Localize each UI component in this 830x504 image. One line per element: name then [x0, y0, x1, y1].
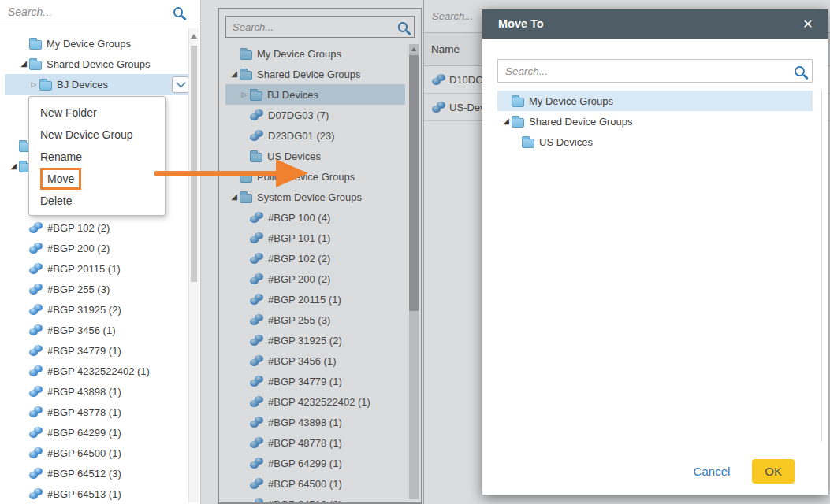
- tree-item[interactable]: #BGP 255 (3): [5, 279, 188, 299]
- device-groups-sidebar: My Device Groups ◢ Shared Device Groups …: [0, 0, 201, 504]
- sidebar-search-input[interactable]: [8, 6, 173, 18]
- device-group-icon: [29, 386, 43, 397]
- tree-item-label: #BGP 48778 (1): [47, 406, 121, 418]
- device-group-icon: [29, 345, 43, 356]
- tree-item-label: Shared Device Groups: [47, 58, 151, 70]
- tree-item[interactable]: ◢ Shared Device Groups: [5, 54, 188, 74]
- tree-item[interactable]: #BGP 43898 (1): [5, 381, 188, 402]
- context-menu-item[interactable]: New Folder: [29, 102, 165, 124]
- tree-item[interactable]: ▷ BJ Devices: [5, 74, 188, 94]
- search-icon[interactable]: [795, 66, 805, 76]
- expander-icon[interactable]: ◢: [18, 60, 29, 68]
- tree-item[interactable]: #BGP 64513 (1): [5, 484, 188, 504]
- context-menu-item-label: Move: [40, 168, 81, 190]
- context-menu-item[interactable]: New Device Group: [29, 124, 165, 146]
- device-group-icon: [29, 427, 43, 438]
- annotation-arrow-head: [276, 159, 308, 187]
- tree-item-label: #BGP 31925 (2): [47, 304, 121, 316]
- device-group-icon: [29, 284, 43, 295]
- close-icon[interactable]: ×: [798, 9, 818, 39]
- tree-item-label: #BGP 64299 (1): [47, 427, 121, 439]
- context-menu-item[interactable]: Move: [29, 168, 165, 190]
- tree-item-label: #BGP 64513 (1): [47, 488, 121, 500]
- folder-icon: [29, 61, 42, 70]
- cancel-button[interactable]: Cancel: [694, 465, 731, 478]
- dialog-header: Move To ×: [482, 9, 828, 39]
- tree-item-label: BJ Devices: [57, 79, 108, 91]
- context-menu-item-label: New Folder: [40, 106, 97, 119]
- context-menu-item-label: Delete: [40, 195, 72, 207]
- context-menu: New Folder New Device Group Rename Move …: [28, 96, 166, 216]
- tree-item[interactable]: My Device Groups: [5, 33, 188, 54]
- tree-item[interactable]: #BGP 64500 (1): [5, 443, 188, 463]
- device-group-icon: [29, 324, 43, 335]
- device-group-icon: [29, 365, 43, 376]
- tree-item[interactable]: US Devices: [497, 132, 813, 152]
- tree-item-label: #BGP 255 (3): [47, 284, 110, 295]
- context-menu-item[interactable]: Delete: [29, 190, 165, 212]
- tree-item[interactable]: #BGP 64512 (3): [5, 463, 188, 484]
- device-group-icon: [29, 488, 43, 499]
- screen: Name D10DG US-Dev My Device Groups: [0, 0, 830, 504]
- folder-icon: [29, 40, 42, 50]
- tree-item[interactable]: ◢ Shared Device Groups: [497, 111, 813, 132]
- tree-item-label: #BGP 102 (2): [47, 222, 110, 234]
- device-group-icon: [29, 304, 43, 315]
- scroll-up-icon[interactable]: [191, 34, 197, 39]
- tree-item[interactable]: #BGP 4232522402 (1): [5, 361, 188, 381]
- search-icon[interactable]: [173, 7, 183, 17]
- tree-item[interactable]: #BGP 20115 (1): [5, 258, 188, 279]
- folder-icon: [512, 98, 524, 107]
- tree-item[interactable]: #BGP 48778 (1): [5, 402, 188, 422]
- sidebar-scrollbar[interactable]: [188, 28, 199, 502]
- tree-item-label: #BGP 34779 (1): [47, 345, 121, 357]
- sidebar-search-box: [0, 0, 200, 24]
- context-menu-item-label: Rename: [40, 150, 82, 163]
- device-group-icon: [29, 468, 43, 479]
- tree-item[interactable]: #BGP 200 (2): [5, 238, 188, 258]
- tree-item-label: My Device Groups: [47, 38, 131, 50]
- tree-item[interactable]: #BGP 64299 (1): [5, 422, 188, 443]
- tree-item-label: My Device Groups: [529, 95, 613, 107]
- dialog-footer: Cancel OK: [694, 458, 795, 484]
- row-actions-dropdown-button[interactable]: [172, 76, 189, 93]
- expander-icon[interactable]: ◢: [8, 162, 19, 170]
- tree-item[interactable]: My Device Groups: [497, 91, 813, 111]
- tree-item[interactable]: #BGP 3456 (1): [5, 320, 188, 340]
- device-group-icon: [29, 222, 43, 233]
- tree-item-label: #BGP 20115 (1): [47, 263, 121, 275]
- device-group-icon: [29, 406, 43, 417]
- tree-item[interactable]: #BGP 31925 (2): [5, 299, 188, 320]
- folder-icon: [522, 139, 534, 148]
- folder-icon: [512, 118, 524, 128]
- ok-button[interactable]: OK: [752, 459, 795, 484]
- device-group-icon: [29, 447, 43, 458]
- dialog-title: Move To: [498, 17, 544, 30]
- device-group-icon: [29, 263, 43, 274]
- tree-item-label: #BGP 4232522402 (1): [47, 365, 150, 377]
- tree-item-label: Shared Device Groups: [529, 116, 633, 128]
- tree-item-label: #BGP 200 (2): [47, 243, 110, 254]
- tree-item[interactable]: #BGP 102 (2): [5, 217, 188, 238]
- dialog-destination-tree: My Device Groups ◢ Shared Device Groups …: [497, 91, 822, 442]
- folder-icon: [39, 81, 52, 91]
- expander-icon[interactable]: ◢: [501, 117, 512, 125]
- device-group-icon: [29, 243, 43, 254]
- tree-item[interactable]: #BGP 34779 (1): [5, 340, 188, 361]
- tree-item-label: US Devices: [539, 136, 593, 148]
- expander-icon[interactable]: ▷: [28, 81, 39, 88]
- context-menu-item[interactable]: Rename: [29, 146, 165, 168]
- dialog-search-box: [497, 59, 813, 83]
- tree-item-label: #BGP 43898 (1): [47, 386, 121, 398]
- scrollbar-thumb[interactable]: [191, 46, 197, 282]
- annotation-arrow: [154, 171, 278, 176]
- tree-item-label: #BGP 64500 (1): [47, 447, 121, 459]
- move-to-dialog: Move To × My Device Groups ◢ Shared Devi…: [482, 9, 828, 495]
- tree-item-label: #BGP 64512 (3): [47, 468, 121, 480]
- context-menu-item-label: New Device Group: [40, 128, 133, 141]
- dialog-search-input[interactable]: [505, 65, 795, 77]
- tree-item-label: #BGP 3456 (1): [47, 324, 115, 336]
